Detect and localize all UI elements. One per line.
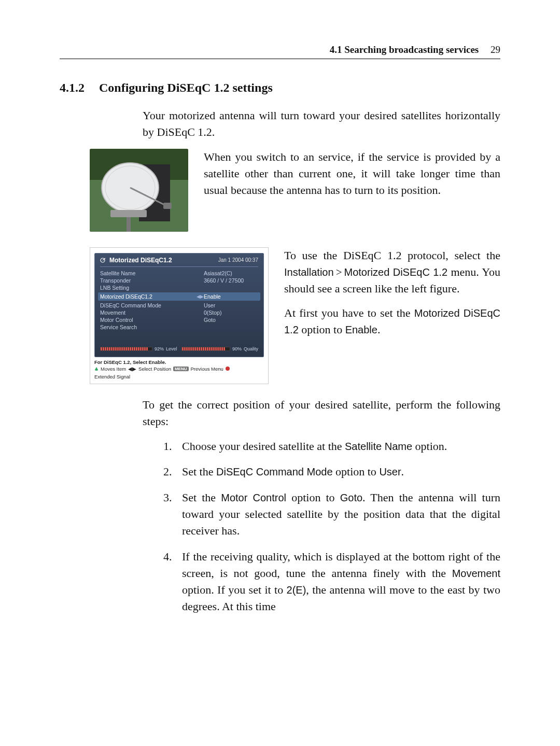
- osd-label: DiSEqC Command Mode: [100, 302, 204, 308]
- dish-icon: [100, 257, 106, 263]
- antenna-photo: [90, 149, 188, 232]
- osd-value: 3660 / V / 27500: [204, 277, 258, 284]
- running-header: 4.1 Searching broadcasting services 29: [60, 44, 500, 59]
- osd-title-row: Motorized DiSEqC1.2 Jan 1 2004 00:37: [100, 257, 258, 264]
- osd-label: Movement: [100, 309, 204, 316]
- value-enable: Enable: [345, 324, 377, 335]
- quality-label: Quality: [244, 346, 258, 351]
- option-satellite-name: Satellite Name: [345, 441, 412, 452]
- menu-chip: MENU: [173, 367, 189, 371]
- step-2: Set the DiSEqC Command Mode option to Us…: [163, 463, 500, 480]
- osd-label: Service Search: [100, 324, 204, 330]
- menu-path-installation: Installation: [284, 266, 334, 278]
- option-diseqc-command-mode: DiSEqC Command Mode: [216, 466, 333, 477]
- osd-label: Transponder: [100, 277, 204, 284]
- osd-row-motorized-diseqc: Motorized DiSEqC1.2 ◀▶ Enable: [98, 292, 260, 301]
- figure1-caption-text: When you switch to an service, if the se…: [204, 149, 500, 199]
- option-motor-control: Motor Control: [221, 492, 286, 503]
- level-pct: 92%: [155, 346, 164, 351]
- up-down-icon: [94, 367, 99, 371]
- option-movement: Movement: [452, 568, 500, 579]
- osd-signal-bars: 92% Level 90% Quality: [100, 346, 258, 351]
- side2-para1: To use the DiSEqC 1.2 protocol, select t…: [284, 247, 500, 297]
- osd-footer-hint: For DiSEqC 1.2, Select Enable.: [94, 359, 264, 365]
- left-right-arrows-icon: ◀▶: [197, 294, 204, 299]
- osd-row-satellite-name: Satellite Name Asiasat2(C): [100, 270, 258, 277]
- heading-title: Configuring DiSEqC 1.2 settings: [99, 81, 273, 94]
- left-right-icon: ◀▶: [128, 366, 136, 372]
- steps-list: Choose your desired satellite at the Sat…: [163, 438, 500, 615]
- osd-panel: Motorized DiSEqC1.2 Jan 1 2004 00:37 Sat…: [94, 253, 264, 357]
- osd-value: Enable: [204, 293, 258, 300]
- figure2-side-text: To use the DiSEqC 1.2 protocol, select t…: [284, 247, 500, 346]
- hint-prev: Previous Menu: [191, 366, 223, 372]
- value-user: User: [379, 466, 401, 477]
- svg-rect-6: [163, 203, 172, 209]
- step-3: Set the Motor Control option to Goto. Th…: [163, 489, 500, 539]
- osd-timestamp: Jan 1 2004 00:37: [218, 257, 258, 263]
- figure-row-2: Motorized DiSEqC1.2 Jan 1 2004 00:37 Sat…: [90, 247, 500, 384]
- osd-label: Motor Control: [100, 317, 204, 323]
- osd-row-lnb-setting: LNB Setting: [100, 284, 258, 291]
- osd-label: Satellite Name: [100, 270, 204, 276]
- heading-number: 4.1.2: [60, 81, 85, 95]
- red-dot-icon: [226, 367, 230, 371]
- steps-intro: To get the correct position of your desi…: [143, 397, 500, 430]
- level-bar: 92% Level: [100, 346, 177, 351]
- osd-value: User: [204, 302, 258, 308]
- osd-value: Asiasat2(C): [204, 270, 258, 276]
- quality-pct: 90%: [232, 346, 242, 351]
- osd-value: 0(Stop): [204, 309, 258, 316]
- osd-screenshot: Motorized DiSEqC1.2 Jan 1 2004 00:37 Sat…: [90, 247, 269, 384]
- antenna-illustration: [90, 149, 188, 232]
- level-label: Level: [166, 346, 177, 351]
- quality-bar: 90% Quality: [181, 346, 259, 351]
- page: 4.1 Searching broadcasting services 29 4…: [0, 0, 560, 746]
- side2-para2: At first you have to set the Motorized D…: [284, 305, 500, 338]
- step-4: If the receiving quality, which is displ…: [163, 548, 500, 615]
- osd-divider: [100, 266, 258, 267]
- osd-title-text: Motorized DiSEqC1.2: [109, 257, 172, 264]
- menu-separator: >: [334, 266, 344, 278]
- osd-value: Goto: [204, 317, 258, 323]
- osd-label: Motorized DiSEqC1.2: [100, 293, 197, 300]
- hint-ext: Extended Signal: [94, 374, 130, 379]
- value-goto: Goto: [340, 492, 362, 503]
- menu-path-motorized: Motorized DiSEqC 1.2: [344, 266, 447, 278]
- osd-row-transponder: Transponder 3660 / V / 27500: [100, 277, 258, 284]
- hint-select: Select Position: [138, 366, 171, 372]
- osd-nav-hints: Moves Item ◀▶ Select Position MENU Previ…: [94, 366, 264, 379]
- figure-row-1: When you switch to an service, if the se…: [90, 149, 500, 232]
- value-2e: 2(E): [287, 584, 306, 596]
- osd-row-service-search: Service Search: [100, 323, 258, 331]
- osd-label: LNB Setting: [100, 285, 204, 291]
- section-heading: 4.1.2 Configuring DiSEqC 1.2 settings: [60, 81, 500, 95]
- osd-row-command-mode: DiSEqC Command Mode User: [100, 302, 258, 309]
- page-number: 29: [491, 44, 500, 55]
- step-1: Choose your desired satellite at the Sat…: [163, 438, 500, 455]
- intro-paragraph: Your motorized antenna will turn toward …: [143, 107, 500, 140]
- section-title: 4.1 Searching broadcasting services: [330, 44, 479, 55]
- hint-moves: Moves Item: [101, 366, 126, 372]
- svg-rect-7: [110, 210, 147, 217]
- osd-row-motor-control: Motor Control Goto: [100, 316, 258, 323]
- osd-row-movement: Movement 0(Stop): [100, 309, 258, 316]
